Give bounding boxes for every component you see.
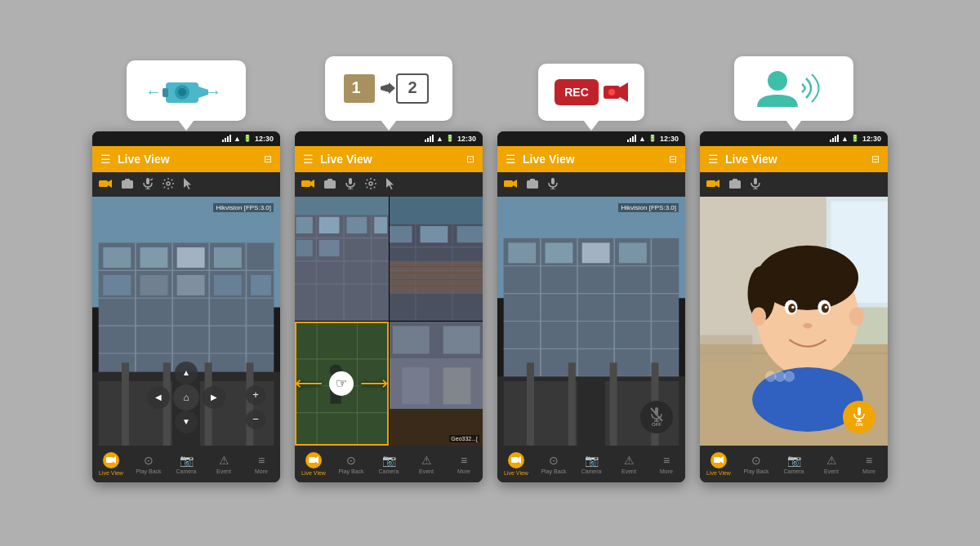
toolbar-3: [497, 172, 685, 197]
cam-icon-3[interactable]: [504, 179, 517, 190]
layout-icon-2[interactable]: ⊡: [466, 153, 474, 165]
nav-camera-label-2: Camera: [379, 468, 399, 474]
fps-label-1: Hikvision [FPS:3.0]: [213, 203, 274, 212]
rec-off-label: OFF: [652, 422, 662, 427]
nav-playback-4[interactable]: ⊙ Play Back: [737, 446, 775, 482]
nav-playback-3[interactable]: ⊙ Play Back: [535, 446, 572, 482]
nav-event-4[interactable]: ⚠ Event: [813, 446, 850, 482]
nav-label-live-2: Live View: [301, 470, 326, 476]
nav-playback-2[interactable]: ⊙ Play Back: [332, 446, 370, 482]
nav-live-view-1[interactable]: Live View: [92, 446, 130, 482]
ptz-left-btn[interactable]: ◀: [147, 386, 170, 409]
nav-event-3[interactable]: ⚠ Event: [610, 446, 648, 482]
svg-rect-53: [301, 180, 310, 187]
header-title-3: Live View: [523, 153, 662, 166]
svg-point-153: [768, 71, 787, 91]
svg-rect-58: [349, 178, 352, 184]
audio-on-btn[interactable]: ON: [843, 401, 875, 433]
zoom-in-btn[interactable]: +: [246, 385, 265, 405]
ptz-home-btn[interactable]: ⌂: [173, 384, 199, 411]
nav-more-3[interactable]: ≡ More: [648, 446, 685, 482]
nav-event-1[interactable]: ⚠ Event: [205, 446, 243, 482]
nav-camera-4[interactable]: 📷 Camera: [775, 446, 813, 482]
nav-camera-2[interactable]: 📷 Camera: [370, 446, 408, 482]
svg-rect-72: [296, 216, 313, 233]
status-bar-3: ▲ 🔋 12:30: [497, 131, 685, 146]
ptz-up-btn[interactable]: ▲: [175, 362, 198, 384]
nav-live-view-4[interactable]: Live View: [700, 446, 737, 482]
svg-rect-57: [327, 179, 332, 181]
camera-feed-1: Hikvision [FPS:3.0] ▲ ◀ ⌂ ▶ ▼: [92, 197, 280, 446]
signal-bars-1: [222, 135, 231, 142]
layout-icon-4[interactable]: ⊟: [871, 153, 880, 165]
cam-icon-2[interactable]: [301, 179, 314, 190]
nav-camera-1[interactable]: 📷 Camera: [167, 446, 205, 482]
layout-icon-3[interactable]: ⊟: [669, 153, 677, 165]
cursor-icon-1[interactable]: [184, 178, 194, 191]
nav-playback-1[interactable]: ⊙ Play Back: [130, 446, 167, 482]
svg-rect-34: [103, 275, 131, 295]
nav-camera-icon-4: 📷: [787, 454, 801, 467]
snapshot-icon-3[interactable]: [527, 179, 538, 190]
swipe-cursor: ☞: [329, 371, 354, 396]
snapshot-icon-1[interactable]: [122, 179, 133, 190]
nav-live-view-3[interactable]: Live View: [497, 446, 535, 482]
phone-4-screen: ▲ 🔋 12:30 ☰ Live View ⊟: [700, 131, 888, 482]
ptz-up-row: ▲: [175, 362, 198, 384]
svg-rect-151: [511, 457, 518, 463]
nav-more-4[interactable]: ≡ More: [850, 446, 888, 482]
ptz-right-btn[interactable]: ▶: [203, 386, 225, 409]
nav-live-view-2[interactable]: Live View: [295, 446, 332, 482]
signal-icons-3: ▲ 🔋: [627, 135, 657, 143]
cam-icon-1[interactable]: [99, 179, 112, 190]
svg-rect-121: [551, 178, 555, 184]
audio-icon-1[interactable]: [143, 178, 153, 191]
grid-cell-bl[interactable]: ⟵ ☞ ⟶: [295, 322, 389, 446]
menu-icon-4[interactable]: ☰: [708, 153, 719, 166]
menu-icon-3[interactable]: ☰: [506, 153, 516, 166]
camera-feed-3: Hikvision [FPS:3.0] OFF: [497, 197, 685, 446]
bottom-nav-2: Live View ⊙ Play Back 📷 Camera ⚠ Event ≡…: [295, 446, 483, 482]
menu-icon-2[interactable]: ☰: [303, 153, 314, 166]
svg-rect-120: [530, 179, 535, 181]
cursor-icon-2[interactable]: [386, 178, 396, 191]
audio-icon-4[interactable]: [751, 178, 760, 191]
svg-point-178: [803, 322, 812, 328]
ptz-down-btn[interactable]: ▼: [175, 411, 198, 433]
settings-icon-1[interactable]: [163, 178, 174, 191]
svg-rect-110: [443, 326, 479, 353]
settings-icon-2[interactable]: [365, 178, 376, 191]
svg-marker-152: [518, 456, 521, 464]
menu-icon-1[interactable]: ☰: [100, 153, 111, 166]
signal-bars-3: [627, 135, 636, 142]
bottom-nav-4: Live View ⊙ Play Back 📷 Camera ⚠ Event ≡…: [700, 446, 888, 482]
rec-mic-btn[interactable]: OFF: [640, 401, 673, 433]
time-2: 12:30: [457, 135, 476, 143]
cam-icon-4[interactable]: [706, 179, 719, 190]
audio-on-label: ON: [856, 422, 863, 427]
snapshot-icon-2[interactable]: [324, 179, 336, 190]
swipe-indicator: ⟵ ☞ ⟶: [295, 371, 388, 396]
svg-marker-47: [113, 456, 116, 464]
svg-marker-189: [720, 456, 724, 464]
ptz-controls: ▲ ◀ ⌂ ▶ ▼: [147, 362, 225, 433]
svg-rect-138: [582, 242, 610, 263]
nav-more-1[interactable]: ≡ More: [243, 446, 280, 482]
nav-camera-3[interactable]: 📷 Camera: [572, 446, 610, 482]
svg-marker-155: [715, 180, 719, 188]
nav-playback-label-4: Play Back: [743, 468, 768, 474]
snapshot-icon-4[interactable]: [729, 179, 741, 190]
audio-icon-3[interactable]: [548, 178, 558, 191]
zoom-out-btn[interactable]: −: [246, 410, 265, 429]
nav-event-2[interactable]: ⚠ Event: [408, 446, 445, 482]
nav-event-icon-1: ⚠: [219, 454, 229, 467]
nav-event-label-1: Event: [216, 468, 231, 474]
nav-playback-icon-1: ⊙: [144, 454, 154, 467]
audio-icon-2[interactable]: [345, 178, 355, 191]
tooltip-audio: [734, 56, 853, 121]
nav-more-2[interactable]: ≡ More: [445, 446, 483, 482]
phone-2-wrapper: 1 2 ▲ 🔋: [295, 56, 483, 482]
layout-icon-1[interactable]: ⊟: [264, 153, 272, 165]
svg-marker-54: [310, 180, 314, 188]
nav-more-icon-2: ≡: [461, 454, 467, 467]
